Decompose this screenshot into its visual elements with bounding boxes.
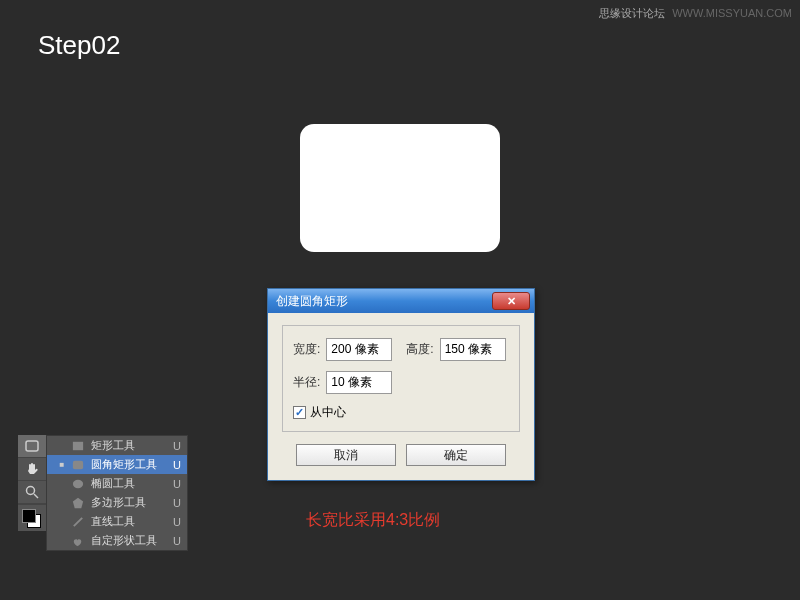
close-icon: ✕	[507, 295, 516, 308]
shape-tool-flyout: 矩形工具U■圆角矩形工具U椭圆工具U多边形工具U直线工具U自定形状工具U	[46, 435, 188, 551]
svg-rect-3	[73, 441, 83, 449]
svg-marker-6	[73, 497, 83, 507]
shape-tool-line[interactable]: 直线工具U	[47, 512, 187, 531]
radius-label: 半径:	[293, 374, 320, 391]
shape-tool-rect[interactable]: 矩形工具U	[47, 436, 187, 455]
tool-name: 矩形工具	[91, 438, 157, 453]
tool-shortcut: U	[173, 478, 181, 490]
active-dot-icon: ■	[59, 460, 65, 469]
result-rounded-rectangle	[300, 124, 500, 252]
poly-icon	[71, 496, 85, 510]
ok-button[interactable]: 确定	[406, 444, 506, 466]
ratio-note: 长宽比采用4:3比例	[306, 510, 440, 531]
svg-line-2	[34, 494, 38, 498]
tool-slot-rounded-rect[interactable]	[18, 435, 46, 458]
width-label: 宽度:	[293, 341, 320, 358]
rect-icon	[71, 439, 85, 453]
shape-tool-rrect[interactable]: ■圆角矩形工具U	[47, 455, 187, 474]
watermark-url: WWW.MISSYUAN.COM	[672, 7, 792, 19]
tool-shortcut: U	[173, 497, 181, 509]
step-title: Step02	[38, 30, 120, 61]
width-input[interactable]: 200 像素	[326, 338, 392, 361]
radius-input[interactable]: 10 像素	[326, 371, 392, 394]
hand-icon	[24, 461, 40, 477]
watermark-label: 思缘设计论坛	[599, 7, 665, 19]
width-height-row: 宽度: 200 像素 高度: 150 像素	[293, 338, 509, 361]
dialog-button-row: 取消 确定	[282, 444, 520, 466]
svg-point-1	[27, 487, 35, 495]
from-center-label: 从中心	[310, 404, 346, 421]
height-label: 高度:	[406, 341, 433, 358]
tool-shortcut: U	[173, 440, 181, 452]
line-icon	[71, 515, 85, 529]
tool-name: 圆角矩形工具	[91, 457, 157, 472]
custom-icon	[71, 534, 85, 548]
rounded-rect-icon	[24, 438, 40, 454]
height-input[interactable]: 150 像素	[440, 338, 506, 361]
rrect-icon	[71, 458, 85, 472]
from-center-row: ✓ 从中心	[293, 404, 509, 421]
tool-slot-hand[interactable]	[18, 458, 46, 481]
svg-line-7	[74, 517, 82, 525]
shape-tool-custom[interactable]: 自定形状工具U	[47, 531, 187, 550]
create-rounded-rect-dialog: 创建圆角矩形 ✕ 宽度: 200 像素 高度: 150 像素 半径: 10 像素…	[267, 288, 535, 481]
foreground-color-swatch[interactable]	[22, 509, 36, 523]
check-icon: ✓	[295, 406, 304, 419]
tool-name: 多边形工具	[91, 495, 157, 510]
cancel-button[interactable]: 取消	[296, 444, 396, 466]
watermark: 思缘设计论坛 WWW.MISSYUAN.COM	[599, 6, 792, 21]
dialog-inner-panel: 宽度: 200 像素 高度: 150 像素 半径: 10 像素 ✓ 从中心	[282, 325, 520, 432]
color-swatch[interactable]	[18, 504, 46, 531]
close-button[interactable]: ✕	[492, 292, 530, 310]
radius-row: 半径: 10 像素	[293, 371, 509, 394]
tool-name: 椭圆工具	[91, 476, 157, 491]
tool-shortcut: U	[173, 535, 181, 547]
tool-slot-zoom[interactable]	[18, 481, 46, 504]
tool-panel: 矩形工具U■圆角矩形工具U椭圆工具U多边形工具U直线工具U自定形状工具U	[18, 435, 188, 551]
dialog-title: 创建圆角矩形	[276, 293, 348, 310]
ellipse-icon	[71, 477, 85, 491]
svg-point-5	[73, 479, 83, 487]
dialog-titlebar[interactable]: 创建圆角矩形 ✕	[268, 289, 534, 313]
zoom-icon	[24, 484, 40, 500]
tool-name: 直线工具	[91, 514, 157, 529]
tool-shortcut: U	[173, 516, 181, 528]
tool-column	[18, 435, 46, 551]
svg-rect-0	[26, 441, 38, 451]
shape-tool-ellipse[interactable]: 椭圆工具U	[47, 474, 187, 493]
from-center-checkbox[interactable]: ✓	[293, 406, 306, 419]
svg-rect-4	[73, 460, 83, 468]
tool-name: 自定形状工具	[91, 533, 157, 548]
dialog-body: 宽度: 200 像素 高度: 150 像素 半径: 10 像素 ✓ 从中心 取消…	[268, 313, 534, 480]
shape-tool-poly[interactable]: 多边形工具U	[47, 493, 187, 512]
tool-shortcut: U	[173, 459, 181, 471]
